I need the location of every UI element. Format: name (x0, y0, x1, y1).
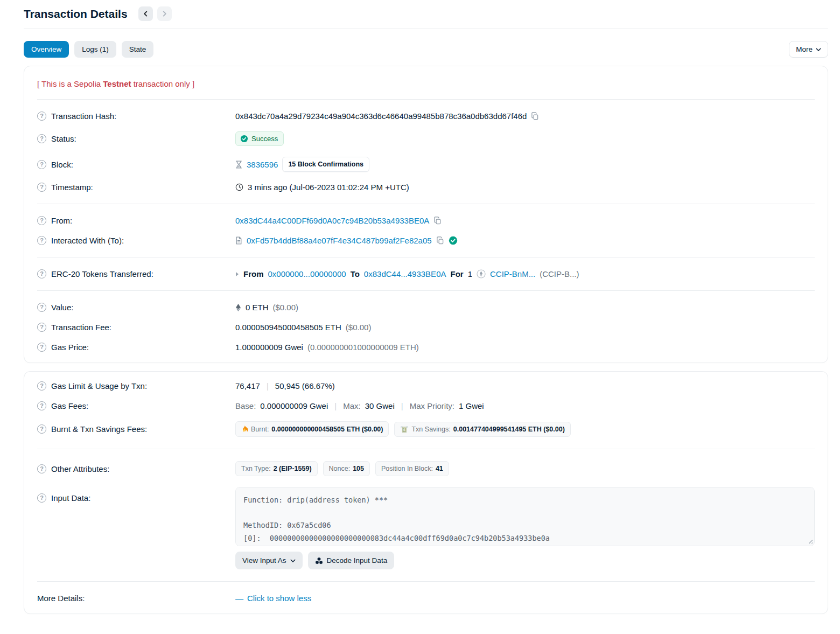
erc20-from-address-link[interactable]: 0x000000...00000000 (268, 269, 346, 278)
from-label: From: (51, 216, 72, 225)
help-icon (37, 183, 46, 192)
copy-icon (436, 236, 444, 245)
transaction-fee-usd: ($0.00) (346, 323, 372, 332)
value-usd: ($0.00) (273, 303, 299, 312)
transaction-details-page: Transaction Details Overview Logs (1) St… (0, 0, 840, 630)
caret-right-icon (235, 271, 239, 277)
row-block: Block: 3836596 15 Block Confirmations (24, 151, 828, 177)
page-title: Transaction Details (24, 8, 128, 20)
row-timestamp: Timestamp: 3 mins ago (Jul-06-2023 01:02… (24, 177, 828, 197)
txn-savings-value: 0.001477404999541495 ETH ($0.00) (453, 426, 565, 433)
transaction-hash-value: 0x843dc70a4a29d79234c49a904c363d6c46640a… (235, 112, 527, 121)
decode-input-data-button[interactable]: Decode Input Data (308, 552, 395, 569)
transaction-fee-amount: 0.000050945000458505 ETH (235, 323, 341, 332)
row-other-attributes: Other Attributes: Txn Type: 2 (EIP-1559)… (24, 456, 828, 482)
copy-from-address-button[interactable] (433, 217, 442, 225)
block-label: Block: (51, 160, 73, 169)
block-confirmations-badge: 15 Block Confirmations (282, 157, 369, 172)
erc20-token-name-link[interactable]: CCIP-BnM... (490, 269, 535, 278)
help-icon (37, 134, 46, 143)
block-number-link[interactable]: 3836596 (247, 160, 278, 169)
row-transaction-hash: Transaction Hash: 0x843dc70a4a29d79234c4… (24, 106, 828, 126)
page-header: Transaction Details (24, 3, 828, 29)
position-in-block-badge: Position In Block: 41 (375, 461, 449, 476)
from-address-link[interactable]: 0x83dC44a4C00DFf69d0A0c7c94B20b53a4933BE… (235, 216, 429, 225)
status-badge: Success (235, 131, 284, 146)
view-input-as-button[interactable]: View Input As (235, 552, 303, 569)
burnt-value: 0.000000000000458505 ETH ($0.00) (271, 426, 383, 433)
gas-limit-value: 76,417 (235, 381, 260, 391)
contract-document-icon (235, 236, 242, 245)
divider (37, 99, 815, 100)
gas-limit-label: Gas Limit & Usage by Txn: (51, 381, 147, 391)
burnt-badge: Burnt: 0.000000000000458505 ETH ($0.00) (235, 421, 389, 437)
tab-overview[interactable]: Overview (24, 41, 69, 58)
verified-check-icon (449, 236, 458, 245)
row-gas-limit: Gas Limit & Usage by Txn: 76,417 | 50,94… (24, 376, 828, 396)
help-icon (37, 323, 46, 332)
base-fee-label: Base: (235, 401, 256, 410)
to-address-link[interactable]: 0xFd57b4ddBf88a4e07fF4e34C487b99af2Fe82a… (247, 236, 432, 245)
input-data-textarea[interactable]: Function: drip(address token) *** Method… (235, 487, 815, 546)
check-circle-icon (240, 135, 248, 143)
money-wings-icon: $ (400, 426, 409, 433)
row-erc20-transfers: ERC-20 Tokens Transferred: From 0x000000… (24, 264, 828, 284)
flame-icon (241, 425, 248, 433)
cubes-icon (315, 557, 323, 565)
row-more-details: More Details: — Click to show less (24, 588, 828, 608)
gas-price-eth: (0.000000001000000009 ETH) (307, 343, 419, 352)
overview-card: [ This is a Sepolia Testnet transaction … (24, 66, 828, 363)
help-icon (37, 112, 46, 121)
show-less-link[interactable]: — Click to show less (235, 594, 311, 603)
copy-hash-button[interactable] (531, 112, 539, 120)
erc20-for-word: For (450, 269, 463, 278)
burnt-savings-label: Burnt & Txn Savings Fees: (51, 424, 147, 434)
help-icon (37, 424, 46, 434)
transaction-fee-label: Transaction Fee: (51, 323, 111, 332)
tab-logs[interactable]: Logs (1) (74, 41, 116, 58)
separator: | (267, 381, 269, 391)
other-attributes-label: Other Attributes: (51, 464, 109, 473)
token-logo-icon (477, 269, 486, 278)
status-value: Success (251, 135, 278, 143)
interacted-with-label: Interacted With (To): (51, 236, 124, 245)
input-data-label: Input Data: (51, 493, 90, 503)
gas-fees-label: Gas Fees: (51, 401, 88, 410)
divider (37, 290, 815, 291)
tabs-row: Overview Logs (1) State More (24, 41, 828, 58)
tab-state[interactable]: State (122, 41, 154, 58)
erc20-label: ERC-20 Tokens Transferred: (51, 269, 153, 278)
divider (37, 581, 815, 582)
divider (37, 204, 815, 204)
chevron-down-icon (290, 558, 296, 563)
next-txn-button[interactable] (157, 6, 172, 21)
svg-text:$: $ (403, 428, 406, 432)
hourglass-icon (235, 161, 242, 169)
row-gas-price: Gas Price: 1.000000009 Gwei (0.000000001… (24, 337, 828, 357)
help-icon (37, 269, 46, 278)
transaction-hash-label: Transaction Hash: (51, 112, 116, 121)
row-gas-fees: Gas Fees: Base: 0.000000009 Gwei | Max: … (24, 396, 828, 416)
clock-icon (235, 183, 243, 191)
chevron-right-icon (162, 11, 167, 17)
previous-txn-button[interactable] (138, 6, 153, 21)
help-icon (37, 236, 46, 245)
row-input-data: Input Data: Function: drip(address token… (24, 482, 828, 575)
help-icon (37, 216, 46, 225)
copy-icon (433, 217, 442, 225)
max-priority-value: 1 Gwei (459, 401, 484, 410)
help-icon (37, 381, 46, 391)
minus-icon: — (235, 594, 243, 603)
copy-to-address-button[interactable] (436, 236, 444, 245)
erc20-amount: 1 (468, 269, 472, 278)
help-icon (37, 303, 46, 312)
status-label: Status: (51, 134, 76, 143)
more-details-label: More Details: (37, 594, 85, 603)
ethereum-icon (235, 303, 241, 312)
gas-price-amount: 1.000000009 Gwei (235, 343, 303, 352)
more-dropdown-button[interactable]: More (789, 41, 828, 58)
divider (37, 449, 815, 449)
erc20-to-address-link[interactable]: 0x83dC44...4933BE0A (364, 269, 446, 278)
help-icon (37, 401, 46, 410)
value-label: Value: (51, 303, 73, 312)
